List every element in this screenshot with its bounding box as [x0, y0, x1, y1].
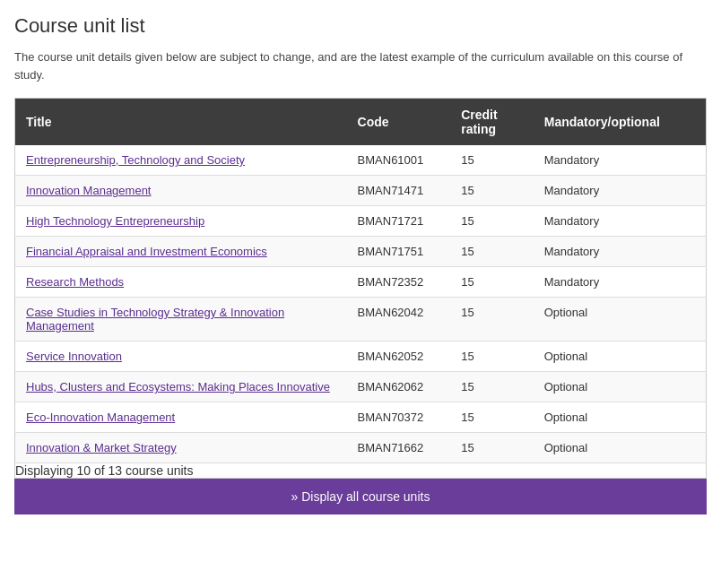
course-unit-table: Title Code Credit rating Mandatory/optio… [14, 98, 707, 479]
cell-title: Hubs, Clusters and Ecosystems: Making Pl… [15, 372, 347, 402]
cell-credit: 15 [450, 206, 534, 237]
cell-title: Eco-Innovation Management [15, 402, 347, 433]
table-row: Innovation ManagementBMAN7147115Mandator… [15, 176, 707, 206]
cell-title: Financial Appraisal and Investment Econo… [15, 237, 347, 267]
cell-status: Mandatory [534, 145, 707, 176]
cell-title: Case Studies in Technology Strategy & In… [15, 298, 347, 342]
cell-credit: 15 [450, 433, 534, 463]
cell-title: Innovation & Market Strategy [15, 433, 347, 463]
cell-credit: 15 [450, 298, 534, 342]
table-footer-row: Displaying 10 of 13 course units [15, 463, 707, 479]
page-description: The course unit details given below are … [14, 48, 707, 83]
cell-title: Entrepreneurship, Technology and Society [15, 145, 347, 176]
table-row: Research MethodsBMAN7235215Mandatory [15, 267, 707, 298]
course-title-link[interactable]: High Technology Entrepreneurship [26, 214, 204, 228]
header-mandatory-optional: Mandatory/optional [534, 99, 707, 146]
course-title-link[interactable]: Entrepreneurship, Technology and Society [26, 153, 245, 167]
table-row: Financial Appraisal and Investment Econo… [15, 237, 707, 267]
cell-status: Mandatory [534, 237, 707, 267]
table-row: Eco-Innovation ManagementBMAN7037215Opti… [15, 402, 707, 433]
course-title-link[interactable]: Financial Appraisal and Investment Econo… [26, 245, 267, 258]
table-header-row: Title Code Credit rating Mandatory/optio… [15, 99, 707, 146]
course-title-link[interactable]: Case Studies in Technology Strategy & In… [26, 306, 284, 333]
header-credit-rating: Credit rating [450, 99, 534, 146]
table-row: Hubs, Clusters and Ecosystems: Making Pl… [15, 372, 707, 402]
cell-code: BMAN70372 [347, 402, 451, 433]
cell-title: Innovation Management [15, 176, 347, 206]
cell-title: Research Methods [15, 267, 347, 298]
cell-status: Mandatory [534, 267, 707, 298]
cell-code: BMAN71662 [347, 433, 451, 463]
cell-code: BMAN62052 [347, 342, 451, 372]
course-title-link[interactable]: Innovation & Market Strategy [26, 441, 177, 454]
cell-code: BMAN62042 [347, 298, 451, 342]
course-title-link[interactable]: Research Methods [26, 275, 124, 289]
cell-code: BMAN72352 [347, 267, 451, 298]
cell-code: BMAN71471 [347, 176, 451, 206]
table-row: Case Studies in Technology Strategy & In… [15, 298, 707, 342]
table-row: Innovation & Market StrategyBMAN7166215O… [15, 433, 707, 463]
table-row: High Technology EntrepreneurshipBMAN7172… [15, 206, 707, 237]
cell-code: BMAN62062 [347, 372, 451, 402]
displaying-count: Displaying 10 of 13 course units [15, 463, 707, 479]
page-title: Course unit list [14, 14, 707, 38]
cell-credit: 15 [450, 402, 534, 433]
cell-title: High Technology Entrepreneurship [15, 206, 347, 237]
cell-credit: 15 [450, 237, 534, 267]
cell-status: Mandatory [534, 176, 707, 206]
header-title: Title [15, 99, 347, 146]
course-title-link[interactable]: Innovation Management [26, 184, 151, 197]
cell-status: Optional [534, 298, 707, 342]
cell-status: Optional [534, 433, 707, 463]
cell-status: Optional [534, 402, 707, 433]
cell-status: Optional [534, 372, 707, 402]
header-code: Code [347, 99, 451, 146]
display-all-button[interactable]: » Display all course units [14, 479, 707, 514]
table-row: Entrepreneurship, Technology and Society… [15, 145, 707, 176]
cell-code: BMAN71721 [347, 206, 451, 237]
table-row: Service InnovationBMAN6205215Optional [15, 342, 707, 372]
cell-credit: 15 [450, 267, 534, 298]
cell-status: Optional [534, 342, 707, 372]
cell-credit: 15 [450, 342, 534, 372]
course-title-link[interactable]: Hubs, Clusters and Ecosystems: Making Pl… [26, 380, 330, 393]
cell-code: BMAN61001 [347, 145, 451, 176]
cell-credit: 15 [450, 176, 534, 206]
cell-title: Service Innovation [15, 342, 347, 372]
cell-credit: 15 [450, 145, 534, 176]
cell-credit: 15 [450, 372, 534, 402]
cell-code: BMAN71751 [347, 237, 451, 267]
course-title-link[interactable]: Eco-Innovation Management [26, 411, 175, 424]
cell-status: Mandatory [534, 206, 707, 237]
course-title-link[interactable]: Service Innovation [26, 350, 122, 363]
